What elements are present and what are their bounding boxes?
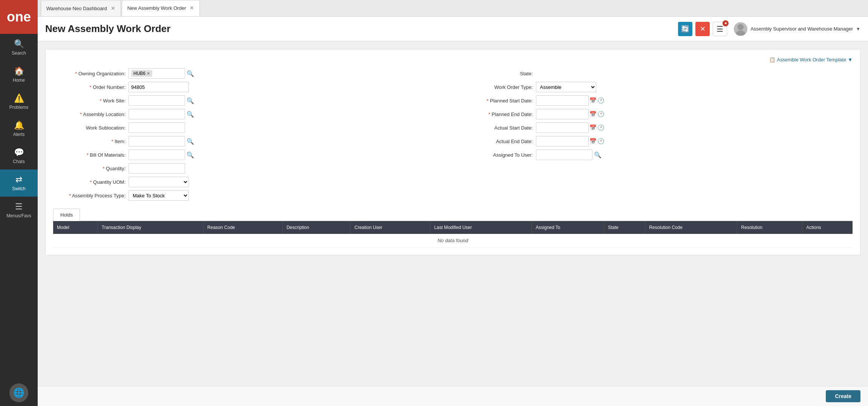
user-dropdown-arrow[interactable]: ▼ [856, 26, 860, 32]
tab-assembly[interactable]: New Assembly Work Order ✕ [122, 0, 200, 16]
page-title: New Assembly Work Order [45, 23, 678, 35]
col-transaction-display: Transaction Display [98, 221, 203, 234]
required-star: * [75, 71, 77, 76]
user-role-label: Assembly Supervisor and Warehouse Manage… [750, 26, 853, 32]
sidebar-item-switch-label: Switch [12, 186, 25, 191]
col-assigned-to: Assigned To [532, 221, 604, 234]
logo-text: one [7, 9, 31, 25]
sidebar-item-home-label: Home [13, 78, 25, 83]
planned-end-input-wrapper: 📅 🕐 [536, 109, 605, 119]
sidebar-item-home[interactable]: 🏠 Home [0, 61, 38, 88]
sidebar-item-problems[interactable]: ⚠️ Problems [0, 88, 38, 115]
owning-org-input-wrapper: HUB6 ✕ 🔍 [129, 68, 194, 79]
user-avatar [734, 22, 747, 36]
template-link[interactable]: 📋 Assemble Work Order Template ▼ [53, 57, 853, 63]
actual-end-input[interactable] [536, 136, 589, 147]
actual-start-input[interactable] [536, 122, 589, 133]
quantity-uom-row: * Quantity UOM: [53, 176, 445, 188]
col-resolution-code: Resolution Code [645, 221, 737, 234]
holds-table-body: No data found [53, 234, 853, 247]
work-site-input[interactable] [129, 95, 185, 106]
actual-start-calendar-button[interactable]: 📅 [589, 124, 597, 131]
assembly-location-search-button[interactable]: 🔍 [187, 111, 194, 118]
sidebar-item-chats[interactable]: 💬 Chats [0, 142, 38, 169]
sidebar-item-search[interactable]: 🔍 Search [0, 34, 38, 61]
actual-start-time-button[interactable]: 🕐 [597, 124, 605, 131]
actual-end-row: Actual End Date: 📅 🕐 [461, 136, 853, 147]
content-area: 📋 Assemble Work Order Template ▼ * Ownin… [38, 41, 868, 386]
main-area: Warehouse Neo Dashboard ✕ New Assembly W… [38, 0, 868, 406]
sidebar-item-chats-label: Chats [13, 159, 24, 164]
planned-start-input[interactable] [536, 95, 589, 106]
tab-nav-holds[interactable]: Holds [53, 209, 80, 221]
work-site-input-wrapper: 🔍 [129, 95, 194, 106]
work-site-label: * Work Site: [53, 98, 129, 104]
work-order-type-select[interactable]: Assemble Disassemble [536, 82, 596, 92]
col-description: Description [283, 221, 351, 234]
sidebar-item-switch[interactable]: ⇄ Switch [0, 169, 38, 197]
order-number-input[interactable] [129, 82, 189, 92]
holds-table: Model Transaction Display Reason Code De… [53, 221, 853, 247]
tab-warehouse-close[interactable]: ✕ [111, 5, 115, 11]
sidebar-item-alerts-label: Alerts [13, 132, 25, 137]
tab-warehouse-label: Warehouse Neo Dashboard [46, 6, 107, 11]
owning-org-search-button[interactable]: 🔍 [187, 70, 194, 77]
assigned-user-search-button[interactable]: 🔍 [594, 151, 602, 159]
work-site-search-button[interactable]: 🔍 [187, 97, 194, 104]
order-number-label: * Order Number: [53, 84, 129, 90]
sidebar-item-menus-label: Menus/Favs [6, 213, 31, 218]
refresh-button[interactable]: 🔄 [678, 22, 692, 36]
quantity-uom-select[interactable] [129, 177, 189, 187]
item-search-button[interactable]: 🔍 [187, 138, 194, 145]
work-sublocation-input[interactable] [129, 122, 185, 133]
tab-assembly-label: New Assembly Work Order [127, 5, 186, 11]
header-actions: 🔄 ✕ ☰ ★ Assembly Supervisor and Warehous… [678, 22, 860, 36]
planned-end-calendar-button[interactable]: 📅 [589, 111, 597, 118]
sidebar: one 🔍 Search 🏠 Home ⚠️ Problems 🔔 Alerts… [0, 0, 38, 406]
owning-org-tag-remove[interactable]: ✕ [147, 71, 150, 76]
planned-start-time-button[interactable]: 🕐 [597, 97, 605, 104]
user-area: Assembly Supervisor and Warehouse Manage… [734, 22, 860, 36]
owning-org-row: * Owning Organization: HUB6 ✕ 🔍 [53, 68, 445, 79]
svg-point-1 [736, 31, 745, 36]
bom-input-wrapper: 🔍 [129, 150, 194, 160]
no-data-cell: No data found [53, 234, 853, 247]
assigned-user-input[interactable] [536, 150, 592, 160]
planned-end-row: * Planned End Date: 📅 🕐 [461, 108, 853, 120]
actual-start-row: Actual Start Date: 📅 🕐 [461, 122, 853, 133]
actual-start-input-wrapper: 📅 🕐 [536, 122, 605, 133]
close-form-button[interactable]: ✕ [695, 22, 710, 36]
planned-start-calendar-button[interactable]: 📅 [589, 97, 597, 104]
sidebar-item-menus[interactable]: ☰ Menus/Favs [0, 197, 38, 224]
app-logo[interactable]: one [0, 0, 38, 34]
tab-nav-holds-label: Holds [60, 212, 73, 218]
tab-assembly-close[interactable]: ✕ [190, 5, 194, 11]
create-button[interactable]: Create [826, 390, 860, 402]
assembly-location-input-wrapper: 🔍 [129, 109, 194, 119]
quantity-input[interactable] [129, 163, 185, 174]
bom-search-button[interactable]: 🔍 [187, 151, 194, 159]
col-creation-user: Creation User [351, 221, 430, 234]
assembly-location-input[interactable] [129, 109, 185, 119]
template-label: Assemble Work Order Template [777, 57, 846, 63]
owning-org-tag: HUB6 ✕ [131, 70, 152, 77]
planned-start-label: * Planned Start Date: [461, 98, 536, 104]
col-actions: Actions [802, 221, 853, 234]
planned-end-input[interactable] [536, 109, 589, 119]
globe-button[interactable]: 🌐 [9, 383, 28, 402]
actual-end-label: Actual End Date: [461, 139, 536, 144]
tab-warehouse[interactable]: Warehouse Neo Dashboard ✕ [41, 0, 121, 16]
bell-icon: 🔔 [14, 121, 24, 130]
owning-org-tag-input[interactable]: HUB6 ✕ [129, 68, 185, 79]
actual-end-time-button[interactable]: 🕐 [597, 138, 605, 145]
actual-end-calendar-button[interactable]: 📅 [589, 138, 597, 145]
item-input[interactable] [129, 136, 185, 147]
sidebar-item-alerts[interactable]: 🔔 Alerts [0, 115, 38, 142]
planned-end-time-button[interactable]: 🕐 [597, 111, 605, 118]
assembly-process-type-select[interactable]: Make To Stock Make To Order [129, 190, 189, 201]
col-last-modified-user: Last Modified User [430, 221, 531, 234]
quantity-uom-label: * Quantity UOM: [53, 179, 129, 185]
bom-input[interactable] [129, 150, 185, 160]
form-left-section: * Owning Organization: HUB6 ✕ 🔍 [53, 68, 445, 201]
search-icon: 🔍 [14, 39, 24, 49]
